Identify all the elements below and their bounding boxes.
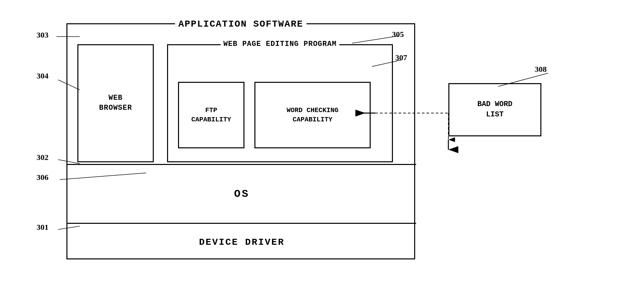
ref-307: 307 xyxy=(395,53,407,62)
os-label: OS xyxy=(234,188,249,200)
web-browser-box: WEBBROWSER xyxy=(77,44,154,162)
bad-word-list-label: BAD WORD LIST xyxy=(472,99,518,120)
ref-301: 301 xyxy=(37,223,48,232)
device-driver-label: DEVICE DRIVER xyxy=(199,237,284,247)
ref-302: 302 xyxy=(37,153,48,162)
word-checking-capability-label: WORD CHECKINGCAPABILITY xyxy=(287,106,338,124)
application-software-label: APPLICATION SOFTWARE xyxy=(175,19,307,29)
ref-305: 305 xyxy=(392,30,404,39)
ftp-capability-label: FTPCAPABILITY xyxy=(191,106,231,124)
device-driver-box: DEVICE DRIVER xyxy=(67,224,416,260)
web-page-editing-label: WEB PAGE EDITING PROGRAM xyxy=(221,40,339,48)
ref-308: 308 xyxy=(535,65,547,74)
bad-word-list-box: BAD WORD LIST xyxy=(448,83,541,136)
application-software-box: APPLICATION SOFTWARE OS DEVICE DRIVER WE… xyxy=(66,23,415,259)
web-browser-label: WEBBROWSER xyxy=(99,93,132,114)
web-page-editing-box: WEB PAGE EDITING PROGRAM FTPCAPABILITY W… xyxy=(167,44,393,162)
ftp-capability-box: FTPCAPABILITY xyxy=(178,82,244,148)
os-box: OS xyxy=(67,164,416,224)
ref-303: 303 xyxy=(37,31,48,40)
ref-304: 304 xyxy=(37,72,48,80)
word-checking-capability-box: WORD CHECKINGCAPABILITY xyxy=(254,82,371,148)
diagram-container: APPLICATION SOFTWARE OS DEVICE DRIVER WE… xyxy=(27,10,618,276)
ref-306: 306 xyxy=(37,173,48,182)
